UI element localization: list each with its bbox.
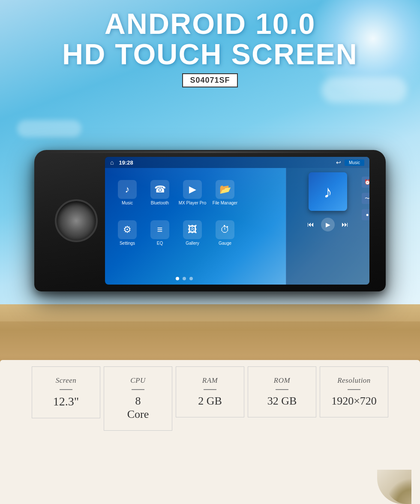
music-app-label: Music <box>122 201 133 205</box>
cloud-decoration-2 <box>17 120 81 137</box>
gallery-label: Gallery <box>186 241 199 246</box>
side-button-3[interactable]: ● <box>362 209 369 220</box>
spec-resolution-label: Resolution <box>325 376 383 385</box>
page-dots <box>176 277 193 280</box>
status-bar: ⌂ 19:28 ↩ Music <box>105 157 369 168</box>
spec-screen-label: Screen <box>37 376 95 385</box>
music-controls: ⏮ ▶ ⏭ <box>307 218 348 231</box>
spec-cpu-value: 8Core <box>109 394 167 421</box>
app-gallery[interactable]: 🖼 Gallery <box>177 213 208 252</box>
side-button-1[interactable]: ⏰ <box>362 177 369 188</box>
spec-card-screen: Screen 12.3" <box>32 366 100 418</box>
page-dot-3[interactable] <box>189 277 193 280</box>
spec-ram-value: 2 GB <box>181 394 239 408</box>
device-screen: ⌂ 19:28 ↩ Music ♪ Music ☎ Bluetooth <box>105 157 369 285</box>
product-code: S04071SF <box>182 73 237 87</box>
page-dot-2[interactable] <box>183 277 186 280</box>
mx-player-label: MX Player Pro <box>179 201 206 205</box>
side-button-2[interactable]: 〜 <box>362 193 369 204</box>
gallery-icon: 🖼 <box>183 220 202 239</box>
settings-label: Settings <box>120 241 135 246</box>
specs-section: Screen 12.3" CPU 8Core RAM 2 GB ROM 32 G… <box>0 366 420 431</box>
header-section: ANDROID 10.0 HD TOUCH SCREEN S04071SF <box>0 9 420 87</box>
app-eq[interactable]: ≡ EQ <box>144 213 175 252</box>
app-file-manager[interactable]: 📂 File Manager <box>210 173 240 212</box>
eq-icon: ≡ <box>150 220 169 239</box>
app-mx-player[interactable]: ▶ MX Player Pro <box>177 173 208 212</box>
paper-curl-decoration <box>377 470 411 504</box>
file-manager-label: File Manager <box>213 201 237 205</box>
app-gauge[interactable]: ⏱ Gauge <box>210 213 240 252</box>
prev-track-button[interactable]: ⏮ <box>307 221 314 228</box>
eq-label: EQ <box>157 241 163 246</box>
spec-rom-value: 32 GB <box>253 394 311 408</box>
app-bluetooth[interactable]: ☎ Bluetooth <box>144 173 175 212</box>
gauge-label: Gauge <box>219 241 231 246</box>
back-icon[interactable]: ↩ <box>336 159 341 166</box>
music-panel: ♪ ⏮ ▶ ⏭ ⏰ 〜 ● <box>286 168 369 285</box>
music-status-label: Music <box>345 159 364 166</box>
app-grid: ♪ Music ☎ Bluetooth ▶ MX Player Pro 📂 Fi… <box>108 170 244 255</box>
play-button[interactable]: ▶ <box>321 218 335 231</box>
spec-resolution-divider <box>348 389 360 390</box>
side-buttons: ⏰ 〜 ● <box>362 177 369 220</box>
music-app-icon: ♪ <box>118 180 137 199</box>
home-icon[interactable]: ⌂ <box>110 159 114 166</box>
main-title: ANDROID 10.0 HD TOUCH SCREEN <box>0 9 420 70</box>
bluetooth-app-label: Bluetooth <box>151 201 169 205</box>
app-music[interactable]: ♪ Music <box>112 173 143 212</box>
spec-rom-divider <box>276 389 288 390</box>
knob-hole <box>55 199 98 242</box>
device-body: ⌂ 19:28 ↩ Music ♪ Music ☎ Bluetooth <box>34 150 386 291</box>
spec-screen-divider <box>60 389 72 390</box>
next-track-button[interactable]: ⏭ <box>342 221 348 228</box>
file-manager-icon: 📂 <box>216 180 234 199</box>
settings-icon: ⚙ <box>118 220 137 239</box>
spec-resolution-value: 1920×720 <box>325 394 383 408</box>
spec-ram-divider <box>204 389 216 390</box>
album-art: ♪ <box>309 172 347 211</box>
gauge-icon: ⏱ <box>216 220 234 239</box>
spec-screen-value: 12.3" <box>37 394 95 409</box>
status-time: 19:28 <box>119 159 133 166</box>
spec-card-cpu: CPU 8Core <box>104 366 172 431</box>
spec-card-rom: ROM 32 GB <box>248 366 316 417</box>
bluetooth-app-icon: ☎ <box>150 180 169 199</box>
app-settings[interactable]: ⚙ Settings <box>112 213 143 252</box>
spec-ram-label: RAM <box>181 376 239 385</box>
car-head-unit-device: ⌂ 19:28 ↩ Music ♪ Music ☎ Bluetooth <box>34 150 386 291</box>
page-dot-1[interactable] <box>176 277 179 280</box>
screen-display: ⌂ 19:28 ↩ Music ♪ Music ☎ Bluetooth <box>105 157 369 285</box>
spec-cpu-label: CPU <box>109 376 167 385</box>
title-line1: ANDROID 10.0 <box>0 9 420 39</box>
spec-rom-label: ROM <box>253 376 311 385</box>
title-line2: HD TOUCH SCREEN <box>0 39 420 69</box>
spec-card-resolution: Resolution 1920×720 <box>320 366 388 417</box>
spec-cpu-divider <box>132 389 144 390</box>
spec-card-ram: RAM 2 GB <box>176 366 244 417</box>
mx-player-icon: ▶ <box>183 180 202 199</box>
